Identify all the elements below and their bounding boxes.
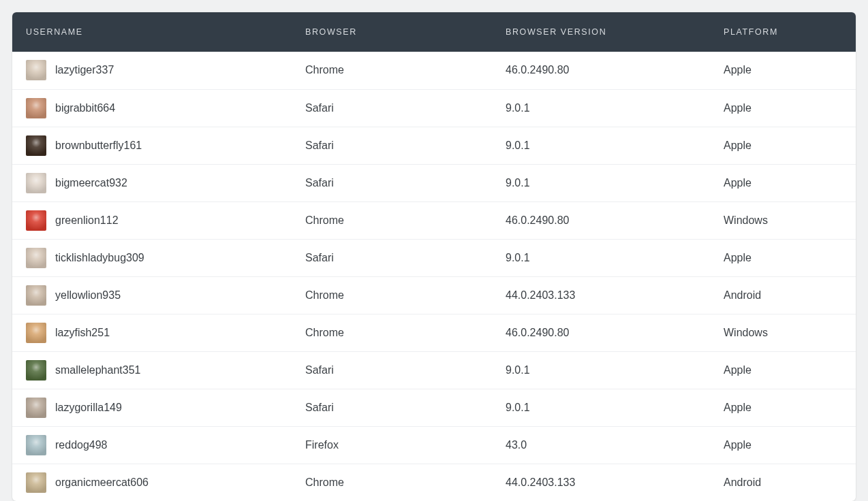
avatar (26, 323, 46, 343)
avatar (26, 98, 46, 118)
cell-browser-version: 43.0 (492, 426, 710, 464)
avatar (26, 210, 46, 231)
table-row[interactable]: lazyfish251Chrome46.0.2490.80Windows (12, 314, 856, 351)
column-header-browser[interactable]: BROWSER (292, 12, 492, 52)
username-text: organicmeercat606 (55, 476, 149, 489)
table-row[interactable]: yellowlion935Chrome44.0.2403.133Android (12, 276, 856, 314)
avatar (26, 435, 46, 455)
username-text: ticklishladybug309 (55, 252, 144, 264)
cell-username: bigmeercat932 (12, 164, 292, 201)
avatar (26, 173, 46, 193)
avatar (26, 248, 46, 268)
avatar (26, 60, 46, 80)
avatar (26, 285, 46, 306)
cell-browser: Safari (292, 239, 492, 276)
cell-platform: Windows (710, 314, 856, 351)
cell-platform: Android (710, 276, 856, 314)
cell-browser-version: 9.0.1 (492, 351, 710, 389)
cell-browser-version: 9.0.1 (492, 389, 710, 426)
cell-browser: Safari (292, 389, 492, 426)
table-row[interactable]: greenlion112Chrome46.0.2490.80Windows (12, 201, 856, 239)
cell-platform: Windows (710, 201, 856, 239)
username-text: bigrabbit664 (55, 102, 115, 114)
cell-username: greenlion112 (12, 201, 292, 239)
cell-username: lazyfish251 (12, 314, 292, 351)
cell-platform: Apple (710, 52, 856, 89)
cell-browser-version: 46.0.2490.80 (492, 201, 710, 239)
cell-browser-version: 44.0.2403.133 (492, 464, 710, 501)
users-table-card: USERNAME BROWSER BROWSER VERSION PLATFOR… (12, 12, 856, 501)
cell-username: lazytiger337 (12, 52, 292, 89)
cell-platform: Apple (710, 351, 856, 389)
cell-browser-version: 46.0.2490.80 (492, 314, 710, 351)
cell-browser-version: 46.0.2490.80 (492, 52, 710, 89)
cell-browser: Safari (292, 89, 492, 127)
username-text: smallelephant351 (55, 364, 140, 376)
cell-browser: Safari (292, 127, 492, 164)
table-row[interactable]: reddog498Firefox43.0Apple (12, 426, 856, 464)
cell-browser-version: 44.0.2403.133 (492, 276, 710, 314)
cell-browser: Chrome (292, 314, 492, 351)
cell-browser: Safari (292, 351, 492, 389)
cell-browser: Chrome (292, 52, 492, 89)
username-text: lazyfish251 (55, 327, 110, 339)
column-header-browser-version[interactable]: BROWSER VERSION (492, 12, 710, 52)
cell-browser: Chrome (292, 276, 492, 314)
cell-platform: Apple (710, 127, 856, 164)
column-header-username[interactable]: USERNAME (12, 12, 292, 52)
avatar (26, 135, 46, 156)
table-row[interactable]: smallelephant351Safari9.0.1Apple (12, 351, 856, 389)
avatar (26, 360, 46, 381)
cell-username: bigrabbit664 (12, 89, 292, 127)
cell-platform: Apple (710, 389, 856, 426)
cell-username: organicmeercat606 (12, 464, 292, 501)
cell-username: ticklishladybug309 (12, 239, 292, 276)
users-table: USERNAME BROWSER BROWSER VERSION PLATFOR… (12, 12, 856, 501)
table-row[interactable]: organicmeercat606Chrome44.0.2403.133Andr… (12, 464, 856, 501)
avatar (26, 472, 46, 493)
cell-platform: Android (710, 464, 856, 501)
cell-username: smallelephant351 (12, 351, 292, 389)
username-text: bigmeercat932 (55, 177, 127, 189)
cell-platform: Apple (710, 426, 856, 464)
cell-browser-version: 9.0.1 (492, 239, 710, 276)
username-text: greenlion112 (55, 214, 119, 227)
username-text: yellowlion935 (55, 289, 121, 302)
cell-browser: Chrome (292, 464, 492, 501)
table-row[interactable]: brownbutterfly161Safari9.0.1Apple (12, 127, 856, 164)
username-text: reddog498 (55, 439, 108, 451)
table-row[interactable]: lazytiger337Chrome46.0.2490.80Apple (12, 52, 856, 89)
cell-username: reddog498 (12, 426, 292, 464)
username-text: lazytiger337 (55, 64, 114, 76)
cell-username: lazygorilla149 (12, 389, 292, 426)
table-row[interactable]: lazygorilla149Safari9.0.1Apple (12, 389, 856, 426)
table-row[interactable]: ticklishladybug309Safari9.0.1Apple (12, 239, 856, 276)
cell-platform: Apple (710, 89, 856, 127)
column-header-platform[interactable]: PLATFORM (710, 12, 856, 52)
table-row[interactable]: bigmeercat932Safari9.0.1Apple (12, 164, 856, 201)
cell-platform: Apple (710, 239, 856, 276)
cell-platform: Apple (710, 164, 856, 201)
cell-username: yellowlion935 (12, 276, 292, 314)
cell-browser: Firefox (292, 426, 492, 464)
cell-browser-version: 9.0.1 (492, 89, 710, 127)
username-text: lazygorilla149 (55, 402, 122, 414)
cell-browser: Safari (292, 164, 492, 201)
cell-browser: Chrome (292, 201, 492, 239)
table-row[interactable]: bigrabbit664Safari9.0.1Apple (12, 89, 856, 127)
cell-browser-version: 9.0.1 (492, 164, 710, 201)
cell-username: brownbutterfly161 (12, 127, 292, 164)
cell-browser-version: 9.0.1 (492, 127, 710, 164)
table-header-row: USERNAME BROWSER BROWSER VERSION PLATFOR… (12, 12, 856, 52)
avatar (26, 398, 46, 418)
username-text: brownbutterfly161 (55, 140, 142, 152)
